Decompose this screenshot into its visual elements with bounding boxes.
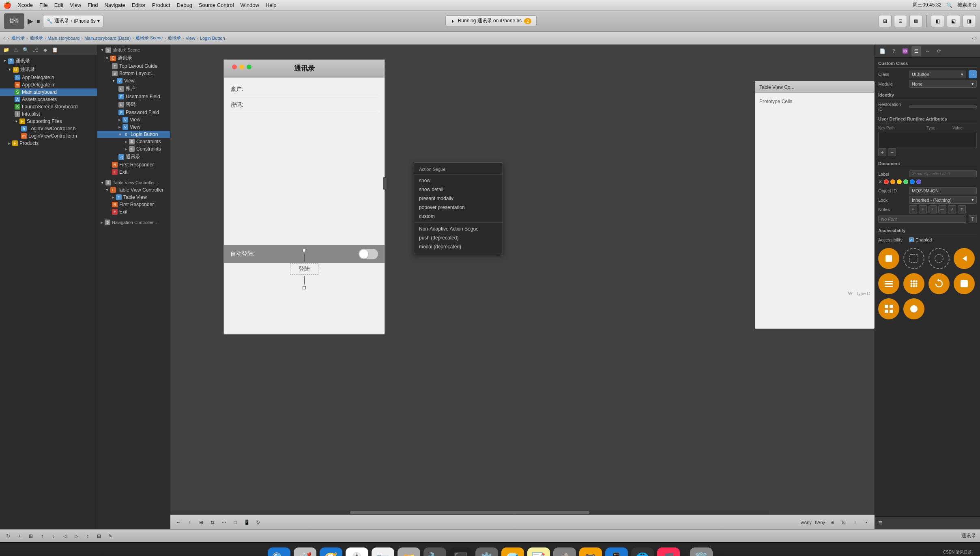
menubar-source-control[interactable]: Source Control	[199, 2, 234, 8]
class-arrow-btn[interactable]: →	[969, 70, 977, 78]
popup-item-push[interactable]: push (deprecated)	[414, 233, 503, 242]
dock-item-terminal[interactable]: ⬛	[449, 547, 472, 556]
bottom-grid-btn[interactable]: ⊞	[27, 532, 35, 540]
breadcrumb-item-4[interactable]: Main.storyboard (Base)	[84, 36, 131, 41]
dock-item-music[interactable]: 🎵	[657, 547, 680, 556]
menubar-view[interactable]: View	[70, 2, 81, 8]
dock-item-finder[interactable]: 🔍	[268, 547, 290, 556]
debug-toggle[interactable]: ⬕	[947, 15, 960, 27]
accessibility-icon-stop-2[interactable]	[954, 273, 975, 294]
pause-button[interactable]: 暂停	[4, 13, 24, 29]
color-green[interactable]	[903, 179, 908, 184]
inspector-toggle-btn[interactable]: ≡	[878, 519, 883, 527]
view-toggle-version[interactable]: ⊠	[909, 15, 922, 27]
scheme-selector[interactable]: 🔧 通讯录 › iPhone 6s ▾	[43, 15, 103, 27]
menubar-window[interactable]: Window	[241, 2, 259, 8]
popup-item-popover[interactable]: popover presentation	[414, 203, 503, 212]
dock-item-notes[interactable]: 📝	[527, 547, 550, 556]
dock-item-game[interactable]: 🎮	[579, 547, 602, 556]
ib-scene-header-1[interactable]: ▼ S 通讯录 Scene	[97, 46, 170, 54]
accessibility-icon-stop[interactable]	[878, 248, 899, 269]
menubar-debug[interactable]: Debug	[177, 2, 192, 8]
menubar-edit[interactable]: Edit	[54, 2, 63, 8]
dock-item-launchpad[interactable]: 🚀	[294, 547, 316, 556]
dock-item-stone[interactable]: 🪨	[553, 547, 576, 556]
remove-attribute-btn[interactable]: −	[888, 148, 896, 156]
tab-identity[interactable]: 🆔	[900, 46, 910, 56]
dock-item-preview[interactable]: 📷	[372, 547, 394, 556]
add-attribute-btn[interactable]: +	[878, 148, 886, 156]
popup-item-show[interactable]: show	[414, 176, 503, 185]
inspector-toggle[interactable]: ◨	[963, 15, 976, 27]
color-yellow[interactable]	[897, 179, 902, 184]
dock-item-folder[interactable]: 📁	[398, 547, 420, 556]
sidebar-item-products[interactable]: ▶ F Products	[0, 140, 97, 147]
sidebar-item-group[interactable]: ▼ G 通讯录	[0, 65, 97, 74]
lock-selector[interactable]: Inherited - (Nothing) ▾	[909, 196, 977, 204]
ib-controller-2[interactable]: ▼ C Table View Controller	[97, 186, 170, 194]
dock-item-settings[interactable]: ⚙️	[475, 547, 498, 556]
report-icon[interactable]: 📋	[51, 46, 58, 54]
menubar-xcode[interactable]: Xcode	[18, 2, 33, 8]
ib-constraints-1[interactable]: ▶ ⊞ Constraints	[97, 138, 170, 145]
dock-item-web[interactable]: 🌐	[631, 547, 654, 556]
more-button[interactable]: ⋯	[220, 518, 228, 526]
restoration-id-field[interactable]	[909, 106, 977, 108]
breadcrumb-item-3[interactable]: Main.storyboard	[47, 36, 80, 41]
ib-view-2[interactable]: ▶ V View	[97, 116, 170, 123]
color-orange[interactable]	[890, 179, 895, 184]
ib-exit-1[interactable]: E Exit	[97, 168, 170, 176]
auto-login-toggle[interactable]	[359, 249, 378, 259]
popup-item-non-adaptive[interactable]: Non-Adaptive Action Segue	[414, 224, 503, 233]
ib-exit-2[interactable]: E Exit	[97, 208, 170, 216]
breadcrumb-item-6[interactable]: 通讯录	[168, 35, 181, 41]
search-nav-icon[interactable]: 🔍	[22, 46, 29, 54]
popup-item-modal[interactable]: modal (deprecated)	[414, 242, 503, 251]
navigator-toggle[interactable]: ◧	[931, 15, 944, 27]
horizontal-scrollbar[interactable]	[170, 511, 769, 515]
sidebar-item-info-plist[interactable]: i Info.plist	[0, 110, 97, 118]
color-red[interactable]	[884, 179, 889, 184]
maximize-dot[interactable]	[247, 65, 251, 69]
tab-attributes[interactable]: ☰	[911, 46, 921, 56]
sidebar-item-loginvc-h[interactable]: h LoginViewController.h	[0, 125, 97, 132]
triangle-icon[interactable]: ▶	[101, 221, 103, 224]
color-purple[interactable]	[916, 179, 921, 184]
ib-controller-1[interactable]: ▼ C 通讯录	[97, 54, 170, 62]
dock-item-tools[interactable]: 🔧	[423, 547, 446, 556]
dock-item-phone[interactable]: 📱	[605, 547, 628, 556]
zoom-out-button[interactable]: -	[862, 518, 870, 526]
scrollbar-thumb[interactable]	[350, 511, 589, 514]
tab-connections[interactable]: ⟳	[934, 46, 944, 56]
ib-password-field[interactable]: F Password Field	[97, 109, 170, 116]
menubar-product[interactable]: Product	[152, 2, 170, 8]
notes-icon-5[interactable]: ↗	[948, 205, 956, 213]
triangle-icon[interactable]: ▼	[112, 79, 115, 83]
notes-icon-1[interactable]: ≡	[909, 205, 917, 213]
align-button[interactable]: ⇆	[208, 518, 217, 526]
minimize-dot[interactable]	[239, 65, 244, 69]
warning-badge[interactable]: 2	[524, 18, 531, 24]
triangle-icon[interactable]: ▼	[105, 188, 109, 192]
resize-handle-bottom[interactable]	[303, 286, 306, 289]
breadcrumb-item-8[interactable]: Login Button	[200, 36, 225, 41]
password-field[interactable]	[254, 105, 378, 106]
dock-item-trash[interactable]: 🗑️	[690, 547, 713, 556]
device-button[interactable]: 📱	[243, 518, 251, 526]
back-button[interactable]: ←	[174, 518, 183, 526]
popup-item-present-modally[interactable]: present modally	[414, 194, 503, 203]
popup-item-show-detail[interactable]: show detail	[414, 185, 503, 194]
popup-item-custom[interactable]: custom	[414, 212, 503, 221]
module-selector[interactable]: None ▾	[909, 80, 977, 88]
dock-item-sketch[interactable]: 💎	[501, 547, 524, 556]
triangle-icon[interactable]: ▼	[15, 120, 18, 123]
accessibility-icon-lines[interactable]	[878, 273, 899, 294]
bottom-up-btn[interactable]: ↑	[38, 532, 46, 540]
menubar-find[interactable]: Find	[88, 2, 98, 8]
triangle-icon[interactable]: ▶	[118, 118, 121, 122]
ib-top-layout-guide[interactable]: T Top Layout Guide	[97, 62, 170, 70]
ib-bottom-layout-guide[interactable]: B Bottom Layout...	[97, 70, 170, 77]
notes-icon-6[interactable]: T	[958, 205, 966, 213]
nav-back-icon[interactable]: ‹	[3, 35, 5, 41]
sidebar-item-main-storyboard[interactable]: S Main.storyboard	[0, 88, 97, 96]
